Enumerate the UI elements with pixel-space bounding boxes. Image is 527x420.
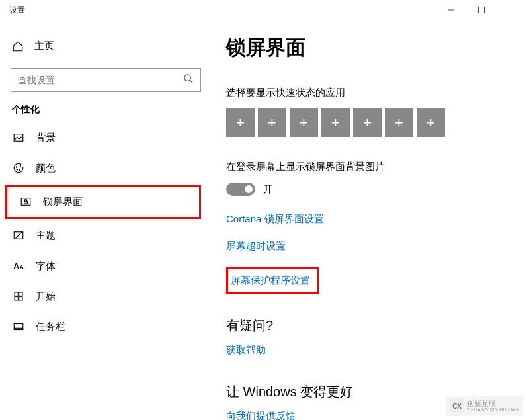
nav-item-label: 锁屏界面 <box>43 196 83 208</box>
maximize-button[interactable] <box>466 0 497 20</box>
nav-background[interactable]: 背景 <box>0 122 212 153</box>
svg-rect-1 <box>479 7 485 13</box>
add-app-tile[interactable]: + <box>321 108 350 137</box>
watermark-sub: CHUANG XIN HU LIAN <box>467 407 519 413</box>
svg-point-6 <box>17 169 18 171</box>
layout: 主页 个性化 背景 颜色 锁屏界面 <box>0 20 527 420</box>
question-heading: 有疑问? <box>226 317 514 335</box>
signin-bg-label: 在登录屏幕上显示锁屏界面背景图片 <box>226 161 514 173</box>
nav-lockscreen[interactable]: 锁屏界面 <box>5 185 201 219</box>
page-heading: 锁屏界面 <box>226 34 514 62</box>
nav-item-label: 字体 <box>36 260 56 273</box>
svg-rect-15 <box>19 297 22 300</box>
window-title: 设置 <box>9 5 25 16</box>
link-get-help[interactable]: 获取帮助 <box>226 344 514 357</box>
signin-bg-toggle[interactable] <box>226 183 255 196</box>
svg-line-3 <box>190 80 192 83</box>
search-input[interactable] <box>18 75 183 85</box>
signin-bg-toggle-row: 开 <box>226 183 514 196</box>
home-icon <box>12 40 24 52</box>
titlebar: 设置 <box>0 0 527 20</box>
add-app-tile[interactable]: + <box>353 108 382 137</box>
palette-icon <box>12 161 25 175</box>
section-label: 个性化 <box>0 104 212 122</box>
add-app-tile[interactable]: + <box>290 108 318 137</box>
lockscreen-icon <box>19 195 32 208</box>
nav-colors[interactable]: 颜色 <box>0 153 212 183</box>
taskbar-icon <box>12 320 25 333</box>
nav-item-label: 任务栏 <box>36 321 65 333</box>
svg-rect-12 <box>15 292 18 296</box>
watermark: CX 创新互联 CHUANG XIN HU LIAN <box>446 396 523 416</box>
add-app-tile[interactable]: + <box>226 108 255 137</box>
toggle-state-label: 开 <box>263 183 273 196</box>
themes-icon <box>12 229 25 242</box>
svg-point-5 <box>16 167 17 168</box>
window-controls <box>436 0 527 20</box>
nav-home-label: 主页 <box>34 40 54 52</box>
watermark-logo: CX <box>450 399 464 413</box>
quick-status-label: 选择要显示快速状态的应用 <box>226 87 514 99</box>
minimize-button[interactable] <box>436 0 466 20</box>
link-cortana-settings[interactable]: Cortana 锁屏界面设置 <box>226 213 514 226</box>
nav-item-label: 开始 <box>36 290 56 303</box>
add-app-tile[interactable]: + <box>385 108 413 137</box>
link-screensaver-settings[interactable]: 屏幕保护程序设置 <box>231 274 310 287</box>
start-icon <box>12 290 25 303</box>
svg-rect-16 <box>14 324 23 330</box>
nav-fonts[interactable]: AA 字体 <box>0 251 212 281</box>
nav-item-label: 主题 <box>36 230 56 242</box>
picture-icon <box>12 131 25 144</box>
svg-rect-9 <box>24 201 28 204</box>
svg-line-11 <box>16 231 23 239</box>
svg-point-2 <box>184 75 190 81</box>
search-box[interactable] <box>11 68 201 92</box>
highlighted-screensaver-link: 屏幕保护程序设置 <box>226 267 319 294</box>
search-icon <box>183 73 194 87</box>
nav-themes[interactable]: 主题 <box>0 220 212 251</box>
svg-rect-14 <box>15 297 18 300</box>
sidebar: 主页 个性化 背景 颜色 锁屏界面 <box>0 20 212 420</box>
add-app-tile[interactable]: + <box>258 108 286 137</box>
add-app-tile[interactable]: + <box>417 108 445 137</box>
quick-status-tiles: + + + + + + + <box>226 108 514 137</box>
nav-item-label: 颜色 <box>36 162 56 175</box>
fonts-icon: AA <box>12 259 25 273</box>
nav-start[interactable]: 开始 <box>0 281 212 312</box>
main-content: 锁屏界面 选择要显示快速状态的应用 + + + + + + + 在登录屏幕上显示… <box>212 20 527 420</box>
link-screen-timeout[interactable]: 屏幕超时设置 <box>226 240 514 253</box>
nav-taskbar[interactable]: 任务栏 <box>0 312 212 342</box>
svg-point-7 <box>19 169 20 171</box>
nav-item-label: 背景 <box>36 132 56 144</box>
nav-home[interactable]: 主页 <box>0 33 212 59</box>
svg-rect-13 <box>19 292 22 296</box>
watermark-text: 创新互联 <box>467 399 519 407</box>
